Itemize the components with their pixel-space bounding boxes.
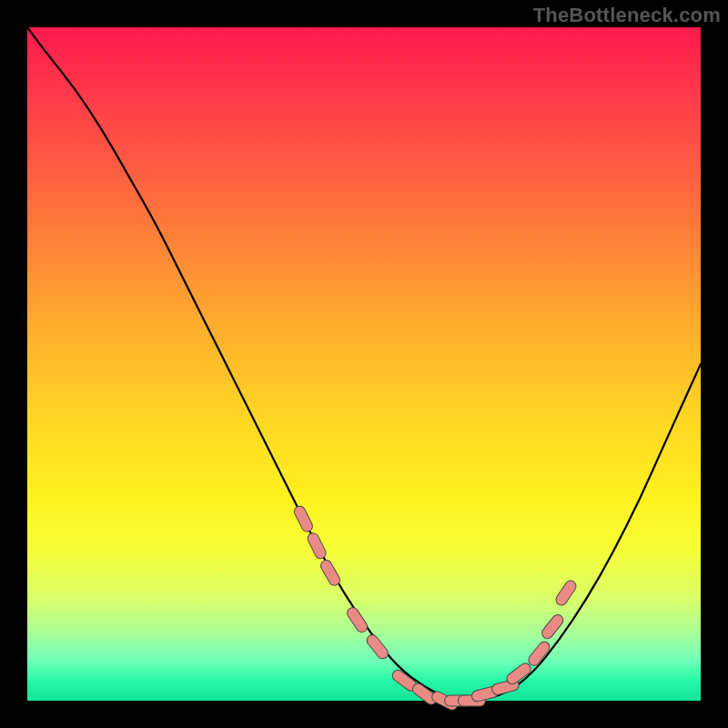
curve-marker xyxy=(327,566,335,581)
outer-frame: TheBottleneck.com xyxy=(0,0,728,728)
chart-svg xyxy=(27,27,701,701)
curve-marker xyxy=(299,511,307,526)
watermark-text: TheBottleneck.com xyxy=(533,4,721,27)
curve-marker xyxy=(313,539,320,553)
curve-marker xyxy=(478,692,493,695)
curve-marker xyxy=(498,685,513,689)
plot-area xyxy=(27,27,701,701)
bottleneck-curve-path xyxy=(27,27,701,701)
